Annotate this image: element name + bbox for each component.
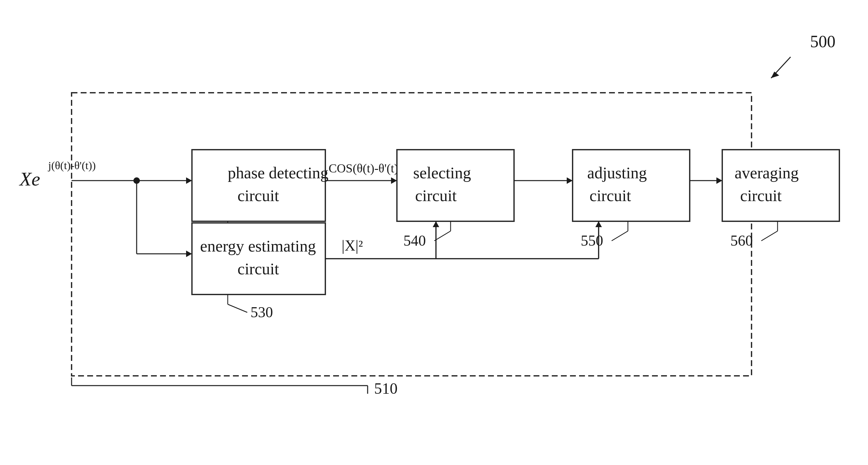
svg-line-13 xyxy=(228,304,247,312)
label-540: 540 xyxy=(403,232,426,249)
svg-line-31 xyxy=(761,231,778,241)
averaging-label1: averaging xyxy=(735,164,799,182)
svg-marker-1 xyxy=(771,71,779,78)
energy-estimating-label1: energy estimating xyxy=(200,237,316,255)
selecting-label2: circuit xyxy=(415,186,457,205)
phase-detecting-box xyxy=(192,150,326,221)
cos-output-label: COS(θ(t)-θ'(t)) xyxy=(329,161,402,176)
phase-detecting-label2: circuit xyxy=(238,186,279,205)
input-signal-xe: Xe xyxy=(19,168,40,190)
averaging-label2: circuit xyxy=(740,186,782,205)
svg-marker-34 xyxy=(433,221,439,227)
energy-estimating-box xyxy=(192,223,326,294)
selecting-label1: selecting xyxy=(413,164,471,182)
label-550: 550 xyxy=(581,232,603,249)
svg-marker-15 xyxy=(391,177,397,184)
svg-marker-22 xyxy=(567,177,572,184)
adjusting-box xyxy=(572,150,690,221)
svg-marker-29 xyxy=(716,177,722,184)
input-signal-exponent: j(θ(t)-θ'(t)) xyxy=(48,159,96,172)
svg-marker-6 xyxy=(186,177,192,184)
energy-output-label: |X|² xyxy=(342,237,363,254)
svg-line-20 xyxy=(434,231,451,241)
diagram-container: 500 510 Xe j(θ(t)-θ'(t)) phase detecti xyxy=(0,0,868,465)
averaging-box xyxy=(722,150,839,221)
svg-marker-9 xyxy=(186,251,192,257)
label-510: 510 xyxy=(374,380,398,397)
adjusting-label2: circuit xyxy=(590,186,631,205)
label-500: 500 xyxy=(810,32,835,51)
svg-line-27 xyxy=(612,231,628,241)
phase-detecting-label1: phase detecting xyxy=(228,164,329,182)
label-560: 560 xyxy=(731,232,753,249)
energy-estimating-label2: circuit xyxy=(238,260,279,278)
selecting-box xyxy=(397,150,514,221)
label-530: 530 xyxy=(250,304,273,320)
adjusting-label1: adjusting xyxy=(587,164,647,182)
svg-marker-36 xyxy=(595,221,602,227)
